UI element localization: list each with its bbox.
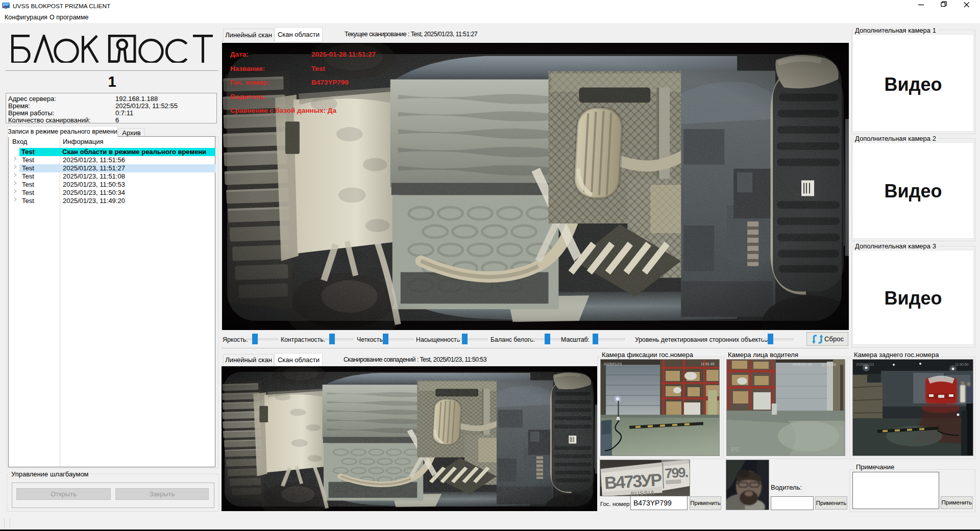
svg-text:IPC: IPC: [731, 447, 740, 452]
svg-text:11:51:45: 11:51:45: [701, 362, 715, 366]
svg-text:2025/01/23: 2025/01/23: [604, 362, 622, 366]
svg-text:RUSSIA: RUSSIA: [630, 489, 655, 496]
svg-text:11:51:33: 11:51:33: [821, 362, 836, 367]
svg-text:799.: 799.: [664, 465, 688, 482]
svg-text:11:50:50: 11:50:50: [955, 363, 969, 366]
svg-text:2025/01/23: 2025/01/23: [856, 363, 874, 366]
svg-text:2025-01-23: 2025-01-23: [792, 362, 812, 367]
